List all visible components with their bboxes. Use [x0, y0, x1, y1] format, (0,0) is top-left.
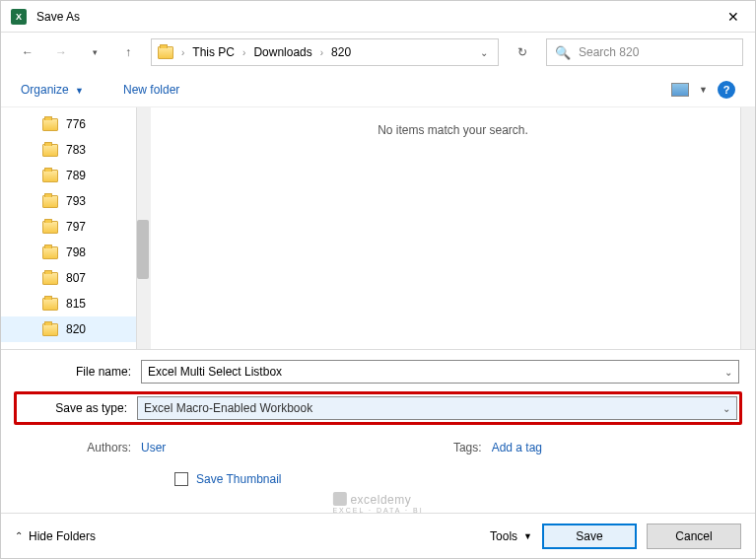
title-bar: X Save As ✕: [1, 1, 755, 33]
watermark-logo-icon: [332, 492, 346, 506]
window-title: Save As: [36, 10, 722, 24]
tree-item-label: 793: [66, 194, 86, 208]
filename-label: File name:: [17, 365, 141, 379]
filename-row: File name: Excel Multi Select Listbox ⌄: [17, 360, 739, 384]
breadcrumb-downloads[interactable]: Downloads: [253, 45, 311, 59]
watermark-brand: exceldemy: [350, 493, 411, 507]
tags-label: Tags:: [453, 441, 492, 454]
meta-row: Authors: User Tags: Add a tag: [17, 433, 739, 454]
folder-icon: [42, 195, 58, 208]
watermark: exceldemy EXCEL · DATA · BI: [332, 492, 423, 514]
scrollbar-thumb[interactable]: [137, 220, 149, 279]
address-bar[interactable]: › This PC › Downloads › 820 ⌄: [151, 38, 499, 66]
view-options-button[interactable]: [671, 83, 689, 97]
save-label: Save: [576, 529, 602, 543]
tree-item[interactable]: 815: [33, 291, 151, 316]
excel-icon: X: [11, 9, 27, 25]
cancel-button[interactable]: Cancel: [647, 524, 741, 549]
footer: ⌃ Hide Folders Tools ▼ Save Cancel: [1, 513, 755, 558]
save-button[interactable]: Save: [542, 524, 637, 549]
tools-label: Tools: [490, 529, 517, 543]
tree-item-label: 820: [66, 322, 86, 336]
authors-label: Authors:: [17, 441, 141, 454]
folder-icon: [42, 118, 58, 131]
tree-scrollbar[interactable]: [136, 107, 151, 349]
close-button[interactable]: ✕: [722, 5, 745, 29]
authors-value[interactable]: User: [141, 441, 166, 454]
new-folder-button[interactable]: New folder: [123, 83, 179, 97]
chevron-up-icon: ⌃: [15, 530, 23, 541]
organize-label: Organize: [21, 83, 69, 97]
tree-item[interactable]: 789: [33, 163, 151, 188]
cancel-label: Cancel: [675, 529, 712, 543]
up-button[interactable]: ↑: [117, 41, 139, 63]
recent-locations-dropdown[interactable]: ▾: [84, 41, 105, 63]
search-placeholder: Search 820: [579, 45, 639, 59]
save-thumbnail-checkbox[interactable]: [174, 472, 188, 486]
tree-item[interactable]: 798: [33, 240, 151, 265]
tools-menu[interactable]: Tools ▼: [490, 529, 532, 543]
help-button[interactable]: ?: [718, 81, 735, 99]
address-dropdown[interactable]: ⌄: [476, 47, 492, 58]
hide-folders-label: Hide Folders: [29, 529, 96, 543]
search-icon: 🔍: [555, 45, 571, 60]
toolbar: Organize ▼ New folder ▼ ?: [1, 72, 755, 107]
folder-icon: [42, 221, 58, 234]
filename-input[interactable]: Excel Multi Select Listbox ⌄: [141, 360, 739, 384]
folder-icon: [42, 298, 58, 311]
chevron-right-icon: ›: [181, 47, 184, 58]
tree-item-label: 815: [66, 297, 86, 311]
folder-icon: [42, 272, 58, 285]
caret-down-icon: ▼: [523, 531, 532, 541]
tree-item-selected[interactable]: 820: [1, 316, 136, 342]
tree-item[interactable]: 807: [33, 265, 151, 291]
filename-value: Excel Multi Select Listbox: [148, 365, 282, 379]
save-as-type-select[interactable]: Excel Macro-Enabled Workbook ⌄: [137, 396, 737, 420]
tree-item-label: 776: [66, 117, 86, 131]
main-area: 776 783 789 793 797 798 807 815 820 No i…: [1, 107, 755, 350]
tree-item[interactable]: 776: [33, 111, 151, 137]
breadcrumb-leaf[interactable]: 820: [331, 45, 351, 59]
tree-item[interactable]: 797: [33, 214, 151, 240]
breadcrumb-root[interactable]: This PC: [192, 45, 235, 59]
caret-down-icon[interactable]: ⌄: [724, 367, 732, 378]
tree-item-label: 797: [66, 220, 86, 234]
nav-row: ← → ▾ ↑ › This PC › Downloads › 820 ⌄ ↻ …: [1, 33, 755, 72]
tree-item-label: 807: [66, 271, 86, 285]
save-form: File name: Excel Multi Select Listbox ⌄ …: [1, 350, 755, 486]
tree-item[interactable]: 783: [33, 137, 151, 163]
organize-menu[interactable]: Organize ▼: [21, 83, 84, 97]
tree-item-label: 798: [66, 245, 86, 259]
caret-down-icon[interactable]: ⌄: [722, 403, 730, 414]
type-label: Save as type:: [19, 401, 137, 415]
folder-icon: [158, 46, 173, 59]
folder-icon: [42, 170, 58, 182]
empty-message: No items match your search.: [151, 107, 755, 137]
caret-down-icon: ▼: [75, 86, 84, 96]
caret-down-icon[interactable]: ▼: [699, 85, 708, 95]
back-button[interactable]: ←: [17, 41, 38, 63]
save-as-type-row: Save as type: Excel Macro-Enabled Workbo…: [14, 391, 742, 425]
tree-item-label: 783: [66, 143, 86, 157]
hide-folders-button[interactable]: ⌃ Hide Folders: [15, 529, 96, 543]
folder-icon: [42, 246, 58, 259]
tree-item-label: 789: [66, 169, 86, 182]
forward-button: →: [50, 41, 72, 63]
thumbnail-row: Save Thumbnail: [17, 454, 739, 486]
file-list-pane[interactable]: No items match your search.: [151, 107, 755, 349]
folder-icon: [42, 144, 58, 157]
folder-icon: [42, 323, 58, 336]
chevron-right-icon: ›: [242, 47, 245, 58]
tags-value[interactable]: Add a tag: [492, 441, 542, 454]
save-thumbnail-label[interactable]: Save Thumbnail: [196, 472, 282, 486]
type-value: Excel Macro-Enabled Workbook: [144, 401, 312, 415]
content-scrollbar[interactable]: [740, 107, 755, 349]
chevron-right-icon: ›: [320, 47, 323, 58]
refresh-button[interactable]: ↻: [511, 41, 534, 63]
search-input[interactable]: 🔍 Search 820: [546, 38, 743, 66]
folder-tree[interactable]: 776 783 789 793 797 798 807 815 820: [1, 107, 151, 349]
tree-item[interactable]: 793: [33, 188, 151, 214]
